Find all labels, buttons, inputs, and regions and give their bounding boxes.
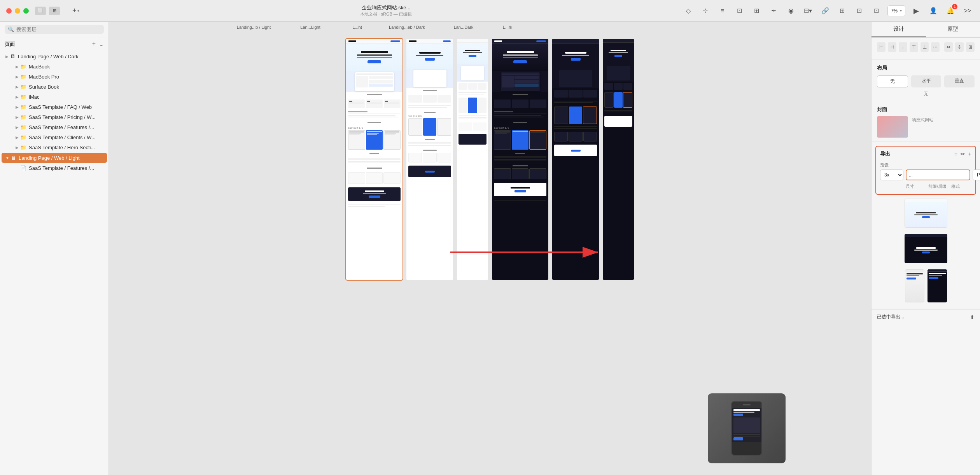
align-btn[interactable]: ⊹: [699, 5, 712, 17]
size-select[interactable]: 3x 1x 2x: [880, 169, 903, 180]
frame-btn[interactable]: ⊡: [733, 5, 746, 17]
add-page-btn[interactable]: +: [92, 40, 96, 48]
search-input[interactable]: [16, 26, 101, 32]
add-button[interactable]: + ▾: [69, 5, 82, 17]
prefix-input[interactable]: [906, 169, 970, 180]
more-link-btn[interactable]: ⊞: [836, 5, 849, 17]
minimize-traffic-light[interactable]: [15, 8, 20, 14]
export-actions: ≡ ✏ +: [954, 151, 971, 157]
shape-tool-btn[interactable]: ◇: [682, 5, 695, 17]
mask-btn[interactable]: ◉: [785, 5, 797, 17]
sidebar-item-surface-book[interactable]: ▶ 📁 Surface Book: [2, 82, 107, 92]
canvas-content: $19 $39 $79: [109, 31, 871, 475]
preview-btn[interactable]: ▶: [910, 5, 922, 17]
component-btn[interactable]: ⊞: [751, 5, 763, 17]
layout-horizontal-btn[interactable]: 水平: [911, 75, 942, 87]
align-center-h-btn[interactable]: ⊣: [888, 42, 896, 52]
search-box[interactable]: 🔍: [5, 25, 104, 34]
export-selected-btn[interactable]: 已选中导出...: [877, 314, 904, 320]
page-preview-1[interactable]: $19 $39 $79: [346, 39, 402, 280]
align-left-btn[interactable]: ⊢: [877, 42, 886, 52]
preset-row: 3x 1x 2x PNG JPG SVG ✕: [880, 169, 971, 180]
align-section: ⊢ ⊣ ⋮ ⊤ ⊥ ⋯ ⇔ ⇕ ⊞: [872, 38, 980, 60]
export-add-btn[interactable]: +: [968, 151, 971, 157]
tab-design[interactable]: 设计: [872, 22, 926, 37]
sidebar-item-saas-clients[interactable]: ▶ 📁 SaaS Template / Clients / W...: [2, 133, 107, 142]
sidebar-item-macbook[interactable]: ▶ 📁 MacBook: [2, 62, 107, 72]
chevron-icon: ▶: [16, 95, 19, 99]
chevron-icon: ▶: [5, 54, 9, 59]
notifications-btn[interactable]: 🔔 1: [944, 5, 957, 17]
canvas-label-5: Lan...Dark: [438, 25, 489, 30]
maximize-traffic-light[interactable]: [23, 8, 29, 14]
link-btn[interactable]: 🔗: [819, 5, 831, 17]
sidebar-item-saas-features[interactable]: ▶ 📁 SaaS Template / Features /...: [2, 122, 107, 132]
clone-btn[interactable]: ⊡: [853, 5, 866, 17]
distribute-btn[interactable]: ≡: [716, 5, 729, 17]
sidebar-item-landing-light[interactable]: ▼ 🖥 Landing Page / Web / Light: [2, 153, 107, 163]
align-right-btn[interactable]: ⋮: [899, 42, 907, 52]
sidebar-item-landing-dark[interactable]: ▶ 🖥 Landing Page / Web / Dark: [2, 51, 107, 61]
layout-vertical-btn[interactable]: 垂直: [944, 75, 975, 87]
page-preview-6[interactable]: [603, 39, 634, 280]
export-share-btn[interactable]: ⬆: [970, 314, 975, 320]
thumb-phones: [877, 269, 975, 302]
preset-size-labels: 尺寸 前缀/后缀 格式: [880, 183, 971, 189]
preset-label: 预设: [880, 162, 971, 168]
titlebar: ⬜ ⊞ + ▾ 企业响应式网站.ske... 本地文档 · sRGB — 已编辑…: [0, 0, 980, 22]
canvas-label-1: Landing...b / Light: [226, 25, 282, 30]
distribute-h-btn[interactable]: ⇔: [944, 42, 953, 52]
tab-prototype[interactable]: 原型: [926, 22, 980, 37]
document-title: 企业响应式网站.ske... 本地文档 · sRGB — 已编辑: [90, 5, 682, 17]
user-profile-btn[interactable]: 👤: [927, 5, 940, 17]
sidebar-items: ▶ 🖥 Landing Page / Web / Dark ▶ 📁 MacBoo…: [0, 49, 108, 475]
folder-icon: 📁: [20, 74, 26, 80]
export-bottom: 已选中导出... ⬆: [872, 309, 980, 324]
slice-btn[interactable]: ⊡: [870, 5, 883, 17]
align-center-v-btn[interactable]: ⊥: [920, 42, 929, 52]
cover-subtitle: 响应式网站: [912, 116, 933, 123]
folder-icon: 📁: [20, 104, 26, 110]
folder-icon: 📁: [20, 94, 26, 100]
pen-tool-btn[interactable]: ✒: [768, 5, 780, 17]
folder-icon: 📁: [20, 84, 26, 90]
align-top-btn[interactable]: ⊤: [910, 42, 918, 52]
grid-view-btn[interactable]: ⊞: [49, 7, 60, 15]
pages-expand-btn[interactable]: ⌄: [99, 40, 104, 48]
page-icon: 📄: [20, 165, 26, 171]
sidebar-item-label: SaaS Template / Hero Secti...: [29, 145, 95, 150]
window-controls: ⬜ ⊞: [35, 7, 60, 15]
sidebar-item-label: SaaS Template / Clients / W...: [29, 134, 96, 140]
close-traffic-light[interactable]: [6, 8, 12, 14]
export-settings-btn[interactable]: ≡: [954, 151, 957, 157]
sidebar-toggle-btn[interactable]: ⬜: [35, 7, 46, 15]
sidebar-item-saas-features-sub[interactable]: 📄 SaaS Template / Features /...: [2, 163, 107, 173]
sidebar-item-imac[interactable]: ▶ 📁 iMac: [2, 92, 107, 102]
sidebar-item-label: SaaS Template / Features /...: [29, 165, 94, 171]
format-select[interactable]: PNG JPG SVG: [973, 169, 980, 180]
cover-title: 封面: [877, 106, 975, 113]
expand-btn[interactable]: >>: [961, 5, 974, 17]
chevron-icon: ▶: [16, 65, 19, 69]
page-preview-4[interactable]: $19 $39 $79: [492, 39, 548, 280]
tidy-btn[interactable]: ⊞: [966, 42, 975, 52]
page-preview-5[interactable]: [552, 39, 599, 280]
right-panel-scroll: ⊢ ⊣ ⋮ ⊤ ⊥ ⋯ ⇔ ⇕ ⊞ 布局 无 水平 垂直: [872, 38, 980, 475]
align-bottom-btn[interactable]: ⋯: [931, 42, 940, 52]
sidebar-item-saas-pricing[interactable]: ▶ 📁 SaaS Template / Pricing / W...: [2, 112, 107, 122]
page-preview-3[interactable]: [457, 39, 488, 280]
sidebar-item-saas-faq[interactable]: ▶ 📁 SaaS Template / FAQ / Web: [2, 102, 107, 112]
layout-none-btn[interactable]: 无: [877, 75, 908, 87]
folder-icon: 📁: [20, 145, 26, 150]
toolbar-icons: ◇ ⊹ ≡ ⊡ ⊞ ✒ ◉ ⊟▾ 🔗 ⊞ ⊡ ⊡ 7% ▾ ▶ 👤 🔔 1 >>: [682, 5, 974, 17]
export-edit-btn[interactable]: ✏: [961, 151, 965, 157]
page-preview-2[interactable]: $19 $39 $79: [406, 39, 453, 280]
sidebar-item-saas-hero[interactable]: ▶ 📁 SaaS Template / Hero Secti...: [2, 143, 107, 152]
zoom-control[interactable]: 7% ▾: [887, 5, 905, 16]
more-shapes-btn[interactable]: ⊟▾: [802, 5, 814, 17]
sidebar-item-macbook-pro[interactable]: ▶ 📁 MacBook Pro: [2, 72, 107, 82]
sidebar-item-label: SaaS Template / Features /...: [29, 124, 94, 130]
distribute-v-btn[interactable]: ⇕: [955, 42, 964, 52]
folder-icon: 📁: [20, 64, 26, 70]
notif-badge: 1: [952, 4, 957, 9]
